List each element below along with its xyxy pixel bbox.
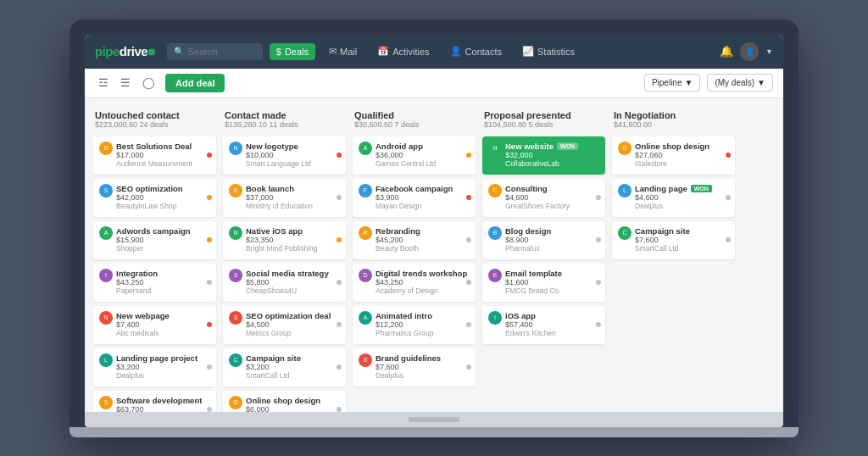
deal-card[interactable]: CConsulting$4,600GreatShoes Factory <box>482 179 605 217</box>
calendar-icon: 📅 <box>377 46 389 57</box>
deal-status-indicator <box>466 322 471 327</box>
nav-mail[interactable]: ✉ Mail <box>322 42 364 60</box>
deal-company: CollaborativeLab <box>505 159 599 168</box>
deal-price: $5,800 <box>246 278 340 286</box>
search-icon: 🔍 <box>174 47 184 56</box>
deal-company: SmartCall Ltd <box>246 371 340 380</box>
deal-name: New logotype <box>246 142 298 151</box>
deal-status-indicator <box>726 153 731 158</box>
deal-status-indicator <box>207 364 212 370</box>
deal-status-indicator <box>596 195 601 200</box>
deal-avatar: L <box>99 353 113 367</box>
deal-status-indicator <box>207 237 212 242</box>
deal-name: Android app <box>376 142 423 151</box>
deal-company: Pharmatics Group <box>376 329 470 337</box>
clock-icon[interactable]: ◯ <box>139 75 159 91</box>
bell-icon[interactable]: 🔔 <box>720 45 733 58</box>
add-deal-button[interactable]: Add deal <box>165 74 225 92</box>
deal-price: $1,600 <box>505 278 599 286</box>
deal-name: Rebranding <box>376 226 420 236</box>
deal-status-indicator <box>337 280 342 285</box>
deal-status-indicator <box>337 407 342 412</box>
deal-card[interactable]: CCampaign site$7,600SmartCall Ltd <box>612 221 735 259</box>
deal-card[interactable]: OOnline shop design$27,060iSalestore <box>612 136 735 175</box>
deal-card[interactable]: IiOS app$57,400Edwin's Kitchen <box>482 306 605 344</box>
deal-card[interactable]: NNew websiteWON$32,000CollaborativeLab <box>482 136 605 175</box>
deal-card[interactable]: AAnimated intro$12,200Pharmatics Group <box>353 306 476 344</box>
nav-statistics[interactable]: 📈 Statistics <box>515 42 581 60</box>
list-view-icon[interactable]: ☰ <box>117 75 134 91</box>
topnav: pipedrive■ 🔍 $ Deals ✉ Mail 📅 Activities… <box>85 35 783 69</box>
mail-icon: ✉ <box>329 46 337 57</box>
deal-card[interactable]: NNew webpage$7,400Abc medicals <box>93 306 216 344</box>
deal-company: Audience Measurement <box>116 159 210 168</box>
deals-icon: $ <box>276 47 281 57</box>
search-input[interactable] <box>188 47 256 57</box>
deal-company: iSalestore <box>635 159 729 168</box>
chevron-down-icon[interactable]: ▼ <box>765 47 773 56</box>
deal-company: Ministry of Education <box>246 202 340 210</box>
deal-card[interactable]: AAdwords campaign$15,900Shopper <box>93 221 216 259</box>
deal-card[interactable]: BBook launch$37,000Ministry of Education <box>223 179 346 217</box>
col-header-4: In Negotiation$41,800.00 <box>612 107 735 132</box>
deal-price: $10,000 <box>246 151 340 159</box>
kanban-view-icon[interactable]: ☲ <box>95 75 112 91</box>
deal-card[interactable]: SSEO optimization$42,000BeautyInLaw Shop <box>93 179 216 217</box>
deal-card[interactable]: AAndroid app$36,000Games Central Ltd <box>353 136 476 175</box>
deal-card[interactable]: LLanding page project$3,200Dealplus <box>93 348 216 386</box>
deal-card[interactable]: CCampaign site$3,200SmartCall Ltd <box>223 348 346 386</box>
deal-name: SEO optimization deal <box>246 311 331 320</box>
col-title: Contact made <box>225 110 344 120</box>
toolbar: ☲ ☰ ◯ Add deal Pipeline ▼ (My deals) ▼ <box>85 69 783 98</box>
deal-card[interactable]: OOnline shop design$6,000iSalestore <box>223 391 346 412</box>
my-deals-button[interactable]: (My deals) ▼ <box>707 74 773 92</box>
deal-price: $37,000 <box>246 193 340 202</box>
deal-name: New website <box>505 142 554 151</box>
deal-company: Shopper <box>116 244 210 253</box>
deal-status-indicator <box>466 237 471 242</box>
deal-company: Smart Language Ltd <box>246 159 340 168</box>
deal-card[interactable]: BBrand guidelines$7,600Dealplus <box>353 348 476 386</box>
search-bar[interactable]: 🔍 <box>167 43 263 60</box>
deal-avatar: B <box>488 226 502 240</box>
deal-card[interactable]: IIntegration$43,250Papersand <box>93 264 216 302</box>
nav-contacts[interactable]: 👤 Contacts <box>443 42 509 60</box>
deal-status-indicator <box>207 407 212 412</box>
deal-name: Native iOS app <box>246 226 303 236</box>
deal-avatar: S <box>229 269 242 282</box>
deal-card[interactable]: SSoftware development$63,700Customer Gro… <box>93 391 216 412</box>
deal-status-indicator <box>596 322 601 327</box>
deal-price: $3,900 <box>376 193 470 202</box>
pipeline-button[interactable]: Pipeline ▼ <box>644 74 701 92</box>
deal-company: Dealplus <box>376 371 470 380</box>
deal-status-indicator <box>207 153 212 158</box>
deal-avatar: D <box>359 269 372 282</box>
avatar[interactable]: 👤 <box>740 42 759 61</box>
deal-card[interactable]: RRebranding$45,200Beauty Booth <box>353 221 476 259</box>
deal-card[interactable]: LLanding pageWON$4,600Dealplus <box>612 179 735 217</box>
deal-card[interactable]: NNative iOS app$23,350Bright Mind Publis… <box>223 221 346 259</box>
statistics-icon: 📈 <box>522 46 534 57</box>
col-meta: $30,600.50 7 deals <box>354 120 474 129</box>
deal-avatar: E <box>488 269 502 282</box>
deal-company: Games Central Ltd <box>376 159 470 168</box>
deal-company: Edwin's Kitchen <box>505 329 599 337</box>
deal-card[interactable]: SSEO optimization deal$4,500Metrics Grou… <box>223 306 346 344</box>
deal-avatar: L <box>618 184 632 197</box>
deal-price: $12,200 <box>376 320 470 329</box>
col-meta: $223,000.60 24 deals <box>95 120 214 129</box>
deal-card[interactable]: BBlog design$8,900Pharmalux <box>482 221 605 259</box>
deal-card[interactable]: FFacebook campaign$3,900Mayan Design <box>353 179 476 217</box>
nav-activities[interactable]: 📅 Activities <box>370 42 436 60</box>
deal-card[interactable]: EEmail template$1,600FMCG Bread Co. <box>482 264 605 302</box>
deal-avatar: I <box>488 311 502 325</box>
deal-status-indicator <box>466 195 471 200</box>
deal-card[interactable]: BBest Solutions Deal$17,000Audience Meas… <box>93 136 216 175</box>
deal-card[interactable]: NNew logotype$10,000Smart Language Ltd <box>223 136 346 175</box>
nav-deals[interactable]: $ Deals <box>270 43 315 60</box>
deal-card[interactable]: DDigital trends workshop$43,250Academy o… <box>353 264 476 302</box>
deal-company: Papersand <box>116 286 210 295</box>
col-title: In Negotiation <box>614 110 733 120</box>
kanban-col-1: Contact made$136,280.10 11 dealsNNew log… <box>223 107 346 403</box>
deal-card[interactable]: SSocial media strategy$5,800CheapShoes4U <box>223 264 346 302</box>
